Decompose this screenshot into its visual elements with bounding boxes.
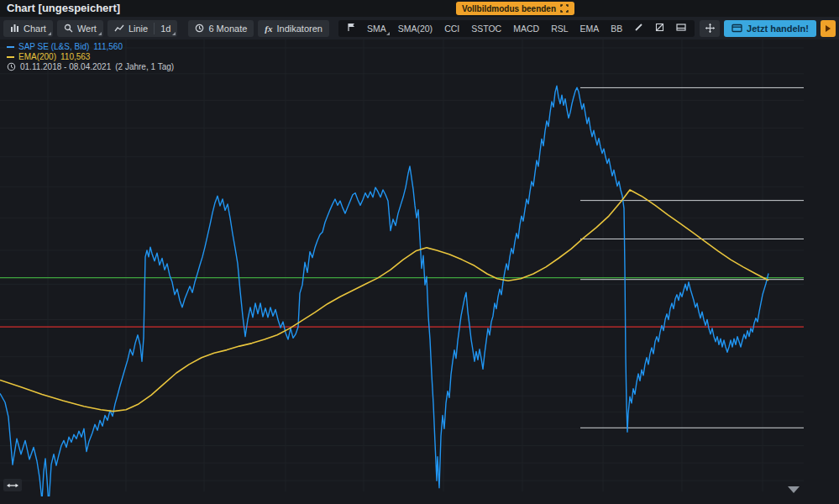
indicator-shortcut-ema[interactable]: EMA — [575, 20, 605, 37]
chart-type-menu-button[interactable]: Chart — [3, 20, 53, 37]
indicator-shortcut-rsl[interactable]: RSL — [546, 20, 573, 37]
card-tool-icon[interactable] — [671, 20, 691, 37]
pattern-tool-icon[interactable] — [650, 20, 669, 37]
indicators-button[interactable]: fx Indikatoren — [258, 20, 329, 37]
toolbar: Chart Wert Linie 1d 6 Mona — [0, 17, 839, 39]
line-chart-icon — [114, 24, 124, 33]
indicator-shortcut-macd[interactable]: MACD — [508, 20, 544, 37]
ema-series-value: 110,563 — [60, 52, 90, 61]
chevron-down-icon — [48, 32, 51, 35]
linie-menu-label: Linie — [128, 24, 148, 34]
instrument-search-button[interactable]: Wert — [57, 20, 103, 37]
indicator-shortcut-cci[interactable]: CCI — [439, 20, 464, 37]
exit-fullscreen-button[interactable]: Vollbildmodus beenden — [456, 2, 574, 15]
chevron-down-icon — [98, 32, 102, 35]
indicators-label: Indikatoren — [276, 24, 322, 34]
chart-canvas[interactable] — [0, 0, 839, 504]
legend-period: 01.11.2018 - 08.04.2021 (2 Jahre, 1 Tag) — [7, 62, 174, 71]
legend-series-ema[interactable]: EMA(200) 110,563 — [7, 52, 174, 61]
expand-panel-button[interactable] — [821, 20, 836, 37]
legend-series-price[interactable]: SAP SE (L&S, Bid) 111,560 — [7, 42, 174, 51]
pan-horizontal-button[interactable] — [3, 479, 22, 491]
page-title: Chart [ungespeichert] — [7, 2, 120, 14]
divider — [154, 23, 155, 34]
move-icon — [705, 23, 716, 34]
price-series-swatch — [7, 46, 14, 48]
scroll-down-icon[interactable] — [788, 486, 800, 493]
indicator-shortcut-sma[interactable]: SMA — [362, 20, 391, 37]
trade-now-button[interactable]: Jetzt handeln! — [724, 20, 816, 37]
period-label: 01.11.2018 - 08.04.2021 — [20, 62, 111, 71]
time-range-button[interactable]: 6 Monate — [188, 20, 254, 37]
ema-series-name: EMA(200) — [18, 52, 56, 61]
indicator-shortcut-sstoc[interactable]: SSTOC — [466, 20, 506, 37]
bar-chart-icon — [10, 24, 19, 33]
range-label: 6 Monate — [208, 24, 247, 34]
clock-icon — [7, 62, 16, 71]
indicator-shortcut-sma20[interactable]: SMA(20) — [393, 20, 438, 37]
line-style-interval-button[interactable]: Linie 1d — [107, 20, 178, 37]
pan-horizontal-icon — [7, 482, 18, 489]
chart-legend: SAP SE (L&S, Bid) 111,560 EMA(200) 110,5… — [7, 42, 174, 72]
chevron-down-icon — [386, 32, 390, 35]
ema-line — [0, 190, 768, 412]
period-note: (2 Jahre, 1 Tag) — [115, 62, 174, 71]
search-icon — [64, 24, 73, 33]
clock-icon — [195, 24, 204, 33]
chevron-down-icon — [172, 32, 176, 35]
title-bar: Chart [ungespeichert] Vollbildmodus been… — [0, 0, 839, 17]
fx-icon: fx — [265, 24, 272, 34]
indicator-shortcut-bb[interactable]: BB — [606, 20, 627, 37]
flag-icon[interactable] — [342, 20, 360, 37]
price-line — [0, 86, 768, 504]
exit-fullscreen-icon — [560, 4, 569, 13]
price-series-value: 111,560 — [93, 42, 123, 51]
ema-series-swatch — [7, 56, 14, 58]
price-series-name: SAP SE (L&S, Bid) — [18, 42, 89, 51]
trade-card-icon — [732, 24, 742, 33]
toolbar-right-cluster: Jetzt handeln! — [700, 20, 836, 37]
interval-label[interactable]: 1d — [160, 24, 170, 34]
play-icon — [826, 25, 831, 32]
wert-menu-label: Wert — [77, 24, 97, 34]
move-chart-button[interactable] — [700, 20, 720, 37]
draw-tool-icon[interactable] — [629, 20, 648, 37]
trading-app: Chart [ungespeichert] Vollbildmodus been… — [0, 0, 839, 504]
exit-fullscreen-label: Vollbildmodus beenden — [462, 4, 556, 13]
indicator-shortcut-strip: SMASMA(20)CCISSTOCMACDRSLEMABB — [338, 20, 695, 37]
trade-now-label: Jetzt handeln! — [747, 24, 809, 34]
chart-menu-label: Chart — [24, 24, 46, 34]
